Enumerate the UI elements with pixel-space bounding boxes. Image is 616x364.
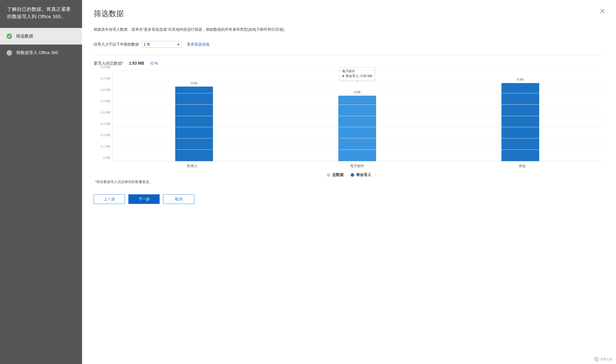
y-tick-label: 0.7 MB [101,77,110,80]
intro-text: 根据其年份导入数据，或单击"更多筛选选项"对其他内容进行筛选，例如数据的所有者和… [94,26,604,32]
totals-row: 要导入的总数据* 1.93 MB -0 % [94,61,604,66]
wizard-footer: 上一步 下一步 取消 [94,194,604,204]
y-tick-label: 0.6 MB [101,88,110,92]
import-chart: 0 MB0.1 MB0.2 MB0.3 MB0.4 MB0.5 MB0.6 MB… [96,71,602,161]
y-tick-label: 0.2 MB [101,133,110,137]
wizard-step-import[interactable]: 将数据导入 Office 365 [0,45,82,61]
legend-swatch-icon [327,173,330,177]
wizard-step-filter[interactable]: 筛选数据 [0,28,82,45]
next-button[interactable]: 下一步 [128,194,160,204]
totals-value: 1.93 MB [129,61,144,66]
chart-legend: 总数据 将会导入 [94,172,604,177]
tooltip-category: 电子邮件 [342,69,372,74]
y-tick-label: 0.4 MB [101,111,110,114]
age-select-wrap: 1 年 [141,41,182,48]
more-filters-link[interactable]: 更多筛选选项 [187,42,209,47]
bar-slot: 0.69 [439,71,602,161]
tooltip-dot-icon [342,75,344,77]
page-title: 筛选数据 [94,9,604,19]
cancel-button[interactable]: 取消 [163,194,194,204]
wizard-step-label: 将数据导入 Office 365 [16,50,58,56]
x-tick-label: 联系人 [110,161,275,168]
bar-slot: 0.66 [113,71,276,161]
bullet-icon [7,50,12,56]
main-panel: 筛选数据 根据其年份导入数据，或单击"更多筛选选项"对其他内容进行筛选，例如数据… [82,0,616,364]
x-tick-label: 电子邮件 [275,161,440,168]
totals-percent: -0 % [150,61,158,66]
separator [94,55,604,55]
chart-tooltip: 电子邮件 将会导入: 0.58 MB [339,67,375,81]
close-icon [600,8,605,14]
wizard-sidebar: 了解自己的数据。将真正紧要的数据导入到 Office 365。 筛选数据 将数据… [0,0,82,364]
bar-slot: 0.58 [276,71,439,161]
chart-x-axis: 联系人电子邮件未知 [110,161,604,168]
wizard-step-label: 筛选数据 [16,33,33,39]
legend-swatch-icon [351,173,354,177]
chart-bar[interactable]: 0.58 [338,96,376,161]
age-select[interactable]: 1 年 [141,41,182,48]
chart-bar[interactable]: 0.66 [175,87,213,161]
tooltip-series: 将会导入: 0.58 MB [346,74,372,78]
y-tick-label: 0.3 MB [101,122,110,126]
x-tick-label: 未知 [440,161,604,168]
back-button[interactable]: 上一步 [94,194,125,204]
y-tick-label: 0.8 MB [101,65,110,69]
age-filter-row: 仅导入少于以下年限的数据 1 年 更多筛选选项 [94,41,604,48]
chart-plot-area: 0.660.580.69 电子邮件 将会导入: 0.58 MB [112,71,602,161]
y-tick-label: 0.1 MB [101,145,110,148]
y-tick-label: 0.5 MB [101,99,110,103]
check-circle-icon [7,33,12,39]
legend-item-import: 将会导入 [351,172,371,177]
bar-value-label: 0.69 [517,78,523,81]
y-tick-label: 0 MB [103,156,110,160]
legend-item-total: 总数据 [327,172,344,177]
legend-label: 总数据 [332,172,344,177]
legend-label: 将会导入 [356,172,371,177]
chart-bars: 0.660.580.69 [113,71,602,161]
footnote: *将在数据导入后反映实际数量更改。 [95,180,604,184]
age-filter-label: 仅导入少于以下年限的数据 [94,42,139,47]
close-button[interactable] [598,7,606,15]
chart-y-axis: 0 MB0.1 MB0.2 MB0.3 MB0.4 MB0.5 MB0.6 MB… [96,71,112,161]
sidebar-header: 了解自己的数据。将真正紧要的数据导入到 Office 365。 [0,0,82,28]
